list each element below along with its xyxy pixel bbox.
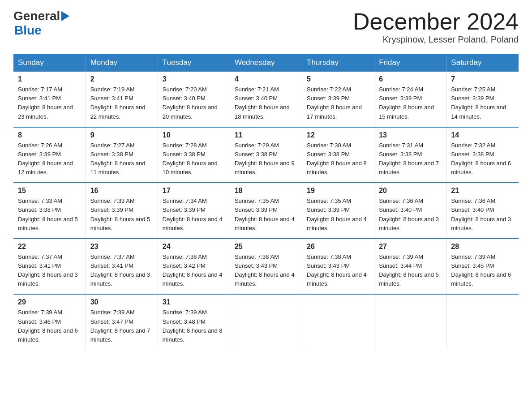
day-info: Sunrise: 7:35 AM Sunset: 3:39 PM Dayligh… xyxy=(307,197,369,233)
day-info: Sunrise: 7:37 AM Sunset: 3:41 PM Dayligh… xyxy=(18,253,81,289)
logo: General Blue xyxy=(13,9,69,38)
title-block: December 2024 Kryspinow, Lesser Poland, … xyxy=(353,9,519,45)
header-thursday: Thursday xyxy=(302,54,374,72)
day-info: Sunrise: 7:19 AM Sunset: 3:41 PM Dayligh… xyxy=(90,85,153,121)
day-info: Sunrise: 7:17 AM Sunset: 3:41 PM Dayligh… xyxy=(18,85,81,121)
calendar-header: Sunday Monday Tuesday Wednesday Thursday… xyxy=(13,54,519,72)
table-row: 30Sunrise: 7:39 AM Sunset: 3:47 PM Dayli… xyxy=(86,294,158,350)
day-info: Sunrise: 7:33 AM Sunset: 3:38 PM Dayligh… xyxy=(18,197,81,233)
day-number: 15 xyxy=(18,187,81,195)
day-info: Sunrise: 7:38 AM Sunset: 3:43 PM Dayligh… xyxy=(235,253,297,289)
table-row: 2Sunrise: 7:19 AM Sunset: 3:41 PM Daylig… xyxy=(86,72,158,127)
day-number: 5 xyxy=(307,75,369,83)
day-number: 3 xyxy=(163,75,225,83)
header-sunday: Sunday xyxy=(13,54,86,72)
table-row xyxy=(230,294,302,350)
day-info: Sunrise: 7:39 AM Sunset: 3:47 PM Dayligh… xyxy=(90,308,153,344)
table-row: 28Sunrise: 7:39 AM Sunset: 3:45 PM Dayli… xyxy=(446,239,519,295)
day-info: Sunrise: 7:36 AM Sunset: 3:40 PM Dayligh… xyxy=(451,197,514,233)
day-info: Sunrise: 7:39 AM Sunset: 3:45 PM Dayligh… xyxy=(451,253,514,289)
day-number: 10 xyxy=(163,131,225,139)
day-number: 2 xyxy=(90,75,153,83)
calendar-table: Sunday Monday Tuesday Wednesday Thursday… xyxy=(13,54,519,350)
day-number: 18 xyxy=(235,187,297,195)
table-row: 7Sunrise: 7:25 AM Sunset: 3:39 PM Daylig… xyxy=(446,72,519,127)
table-row: 27Sunrise: 7:39 AM Sunset: 3:44 PM Dayli… xyxy=(374,239,446,295)
table-row: 17Sunrise: 7:34 AM Sunset: 3:39 PM Dayli… xyxy=(158,183,230,239)
header-friday: Friday xyxy=(374,54,446,72)
day-info: Sunrise: 7:30 AM Sunset: 3:38 PM Dayligh… xyxy=(307,141,369,177)
table-row: 26Sunrise: 7:38 AM Sunset: 3:43 PM Dayli… xyxy=(302,239,374,295)
day-number: 31 xyxy=(163,298,225,306)
day-info: Sunrise: 7:35 AM Sunset: 3:39 PM Dayligh… xyxy=(235,197,297,233)
table-row: 13Sunrise: 7:31 AM Sunset: 3:38 PM Dayli… xyxy=(374,127,446,183)
day-number: 7 xyxy=(451,75,514,83)
header-saturday: Saturday xyxy=(446,54,519,72)
day-number: 22 xyxy=(18,243,81,251)
day-info: Sunrise: 7:39 AM Sunset: 3:44 PM Dayligh… xyxy=(379,253,442,289)
day-info: Sunrise: 7:38 AM Sunset: 3:43 PM Dayligh… xyxy=(307,253,369,289)
day-info: Sunrise: 7:39 AM Sunset: 3:46 PM Dayligh… xyxy=(18,308,81,344)
week-row-3: 15Sunrise: 7:33 AM Sunset: 3:38 PM Dayli… xyxy=(13,183,519,239)
day-number: 14 xyxy=(451,131,514,139)
table-row: 22Sunrise: 7:37 AM Sunset: 3:41 PM Dayli… xyxy=(13,239,86,295)
table-row: 31Sunrise: 7:39 AM Sunset: 3:48 PM Dayli… xyxy=(158,294,230,350)
table-row: 10Sunrise: 7:28 AM Sunset: 3:38 PM Dayli… xyxy=(158,127,230,183)
table-row: 21Sunrise: 7:36 AM Sunset: 3:40 PM Dayli… xyxy=(446,183,519,239)
header-tuesday: Tuesday xyxy=(158,54,230,72)
table-row: 29Sunrise: 7:39 AM Sunset: 3:46 PM Dayli… xyxy=(13,294,86,350)
day-number: 19 xyxy=(307,187,369,195)
day-number: 26 xyxy=(307,243,369,251)
day-info: Sunrise: 7:27 AM Sunset: 3:38 PM Dayligh… xyxy=(90,141,153,177)
logo-blue: Blue xyxy=(14,23,69,38)
table-row: 19Sunrise: 7:35 AM Sunset: 3:39 PM Dayli… xyxy=(302,183,374,239)
day-info: Sunrise: 7:29 AM Sunset: 3:38 PM Dayligh… xyxy=(235,141,297,177)
table-row: 15Sunrise: 7:33 AM Sunset: 3:38 PM Dayli… xyxy=(13,183,86,239)
day-number: 28 xyxy=(451,243,514,251)
table-row: 9Sunrise: 7:27 AM Sunset: 3:38 PM Daylig… xyxy=(86,127,158,183)
day-number: 8 xyxy=(18,131,81,139)
day-info: Sunrise: 7:31 AM Sunset: 3:38 PM Dayligh… xyxy=(379,141,442,177)
day-number: 30 xyxy=(90,298,153,306)
day-number: 21 xyxy=(451,187,514,195)
calendar-body: 1Sunrise: 7:17 AM Sunset: 3:41 PM Daylig… xyxy=(13,72,519,350)
header-monday: Monday xyxy=(86,54,158,72)
table-row: 4Sunrise: 7:21 AM Sunset: 3:40 PM Daylig… xyxy=(230,72,302,127)
day-info: Sunrise: 7:24 AM Sunset: 3:39 PM Dayligh… xyxy=(379,85,442,121)
page-header: General Blue December 2024 Kryspinow, Le… xyxy=(13,9,519,45)
day-number: 27 xyxy=(379,243,442,251)
table-row: 25Sunrise: 7:38 AM Sunset: 3:43 PM Dayli… xyxy=(230,239,302,295)
day-number: 23 xyxy=(90,243,153,251)
table-row: 12Sunrise: 7:30 AM Sunset: 3:38 PM Dayli… xyxy=(302,127,374,183)
day-number: 25 xyxy=(235,243,297,251)
header-wednesday: Wednesday xyxy=(230,54,302,72)
day-number: 12 xyxy=(307,131,369,139)
day-info: Sunrise: 7:38 AM Sunset: 3:42 PM Dayligh… xyxy=(163,253,225,289)
day-number: 6 xyxy=(379,75,442,83)
day-number: 9 xyxy=(90,131,153,139)
day-number: 16 xyxy=(90,187,153,195)
table-row: 20Sunrise: 7:36 AM Sunset: 3:40 PM Dayli… xyxy=(374,183,446,239)
week-row-5: 29Sunrise: 7:39 AM Sunset: 3:46 PM Dayli… xyxy=(13,294,519,350)
table-row xyxy=(446,294,519,350)
svg-marker-0 xyxy=(61,11,69,21)
day-info: Sunrise: 7:37 AM Sunset: 3:41 PM Dayligh… xyxy=(90,253,153,289)
table-row xyxy=(302,294,374,350)
week-row-1: 1Sunrise: 7:17 AM Sunset: 3:41 PM Daylig… xyxy=(13,72,519,127)
day-info: Sunrise: 7:22 AM Sunset: 3:39 PM Dayligh… xyxy=(307,85,369,121)
table-row: 6Sunrise: 7:24 AM Sunset: 3:39 PM Daylig… xyxy=(374,72,446,127)
table-row: 16Sunrise: 7:33 AM Sunset: 3:39 PM Dayli… xyxy=(86,183,158,239)
table-row: 14Sunrise: 7:32 AM Sunset: 3:38 PM Dayli… xyxy=(446,127,519,183)
day-number: 17 xyxy=(163,187,225,195)
day-info: Sunrise: 7:26 AM Sunset: 3:39 PM Dayligh… xyxy=(18,141,81,177)
day-number: 20 xyxy=(379,187,442,195)
day-number: 13 xyxy=(379,131,442,139)
week-row-2: 8Sunrise: 7:26 AM Sunset: 3:39 PM Daylig… xyxy=(13,127,519,183)
day-info: Sunrise: 7:32 AM Sunset: 3:38 PM Dayligh… xyxy=(451,141,514,177)
day-number: 29 xyxy=(18,298,81,306)
logo-general: General xyxy=(13,9,60,23)
day-number: 24 xyxy=(163,243,225,251)
header-row: Sunday Monday Tuesday Wednesday Thursday… xyxy=(13,54,519,72)
table-row: 5Sunrise: 7:22 AM Sunset: 3:39 PM Daylig… xyxy=(302,72,374,127)
table-row: 1Sunrise: 7:17 AM Sunset: 3:41 PM Daylig… xyxy=(13,72,86,127)
